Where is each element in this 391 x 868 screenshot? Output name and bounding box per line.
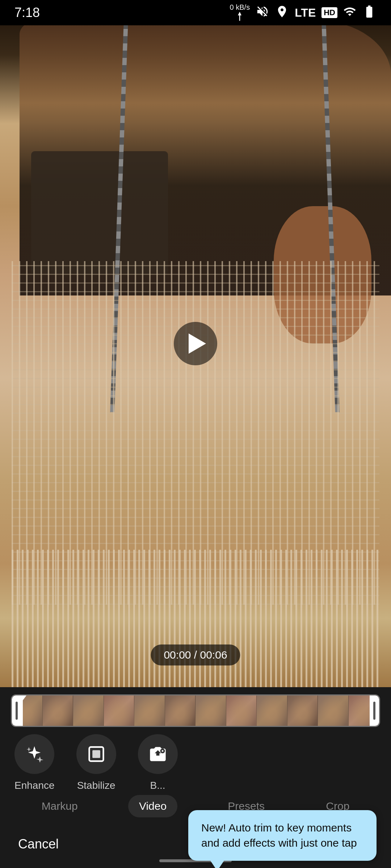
sparkle-icon bbox=[25, 745, 44, 763]
stabilize-icon bbox=[87, 745, 106, 763]
tab-video[interactable]: Video bbox=[128, 795, 177, 817]
frame-2 bbox=[43, 695, 73, 726]
timeline-track[interactable] bbox=[11, 694, 380, 727]
enhance-icon-circle bbox=[14, 734, 54, 774]
frame-7 bbox=[196, 695, 226, 726]
frame-10 bbox=[287, 695, 318, 726]
lte-label: LTE bbox=[295, 6, 316, 20]
frame-6 bbox=[165, 695, 196, 726]
cancel-button[interactable]: Cancel bbox=[18, 837, 59, 852]
time-display: 00:00 / 00:06 bbox=[164, 649, 227, 661]
time-indicator: 00:00 / 00:06 bbox=[151, 644, 240, 665]
hd-label: HD bbox=[321, 7, 337, 18]
network-speed-icon: 0 kB/s bbox=[230, 4, 250, 22]
video-player[interactable]: 00:00 / 00:06 bbox=[0, 0, 391, 687]
tooltip-text: New! Auto trim to key moments and add ef… bbox=[201, 822, 357, 849]
frame-4 bbox=[104, 695, 135, 726]
tool-stabilize[interactable]: Stabilize bbox=[76, 734, 116, 791]
tool-snapshot[interactable]: B... bbox=[138, 734, 178, 791]
mute-icon bbox=[256, 5, 269, 21]
tooltip-bubble: New! Auto trim to key moments and add ef… bbox=[188, 810, 377, 861]
play-icon bbox=[189, 333, 206, 354]
signal-icon bbox=[343, 5, 356, 21]
frame-5 bbox=[134, 695, 165, 726]
bottom-panel: Enhance Stabilize B... Ne bbox=[0, 687, 391, 868]
battery-icon bbox=[362, 4, 377, 21]
status-icons: 0 kB/s LTE HD bbox=[230, 4, 377, 22]
status-bar: 7:18 0 kB/s LTE HD bbox=[0, 0, 391, 25]
enhance-label: Enhance bbox=[14, 780, 55, 791]
tab-markup[interactable]: Markup bbox=[31, 795, 89, 817]
camera-plus-icon bbox=[148, 745, 167, 763]
play-button[interactable] bbox=[174, 322, 217, 365]
frame-8 bbox=[226, 695, 257, 726]
timeline-playhead bbox=[21, 694, 23, 727]
tool-enhance[interactable]: Enhance bbox=[14, 734, 55, 791]
frame-11 bbox=[318, 695, 349, 726]
stabilize-label: Stabilize bbox=[77, 780, 115, 791]
stabilize-icon-circle bbox=[76, 734, 116, 774]
tools-row: Enhance Stabilize B... Ne bbox=[0, 731, 391, 791]
timeline-handle-right[interactable] bbox=[370, 695, 379, 726]
svg-rect-1 bbox=[92, 750, 100, 758]
timeline-frames bbox=[12, 695, 379, 726]
snapshot-label: B... bbox=[150, 780, 165, 791]
status-time: 7:18 bbox=[14, 5, 40, 20]
snapshot-icon-circle bbox=[138, 734, 178, 774]
frame-9 bbox=[257, 695, 287, 726]
frame-3 bbox=[73, 695, 104, 726]
timeline-container[interactable] bbox=[0, 687, 391, 731]
location-icon bbox=[275, 5, 289, 21]
